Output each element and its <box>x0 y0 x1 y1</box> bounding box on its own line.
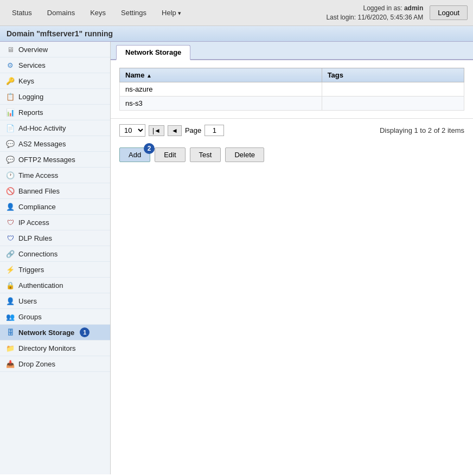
sidebar-item-triggers[interactable]: ⚡ Triggers <box>0 262 110 278</box>
tab-bar: Network Storage <box>111 42 473 60</box>
network-storage-table: Name Tags ns-azure ns-s3 <box>119 68 464 111</box>
edit-button[interactable]: Edit <box>155 147 185 162</box>
col-tags-header[interactable]: Tags <box>322 68 464 82</box>
logout-button[interactable]: Logout <box>430 5 468 20</box>
logging-icon: 📋 <box>5 92 15 101</box>
oftp2-icon: 💬 <box>5 155 15 164</box>
page-info: Displaying 1 to 2 of 2 items <box>380 126 464 134</box>
test-button[interactable]: Test <box>190 147 221 162</box>
sidebar-label-keys: Keys <box>18 77 34 85</box>
sidebar: 🖥 Overview ⚙ Services 🔑 Keys 📋 Logging 📊… <box>0 42 111 474</box>
page-input[interactable] <box>204 125 224 136</box>
page-size-select[interactable]: 10 25 50 100 <box>119 124 145 137</box>
sidebar-label-ipaccess: IP Access <box>18 218 49 227</box>
sidebar-item-users[interactable]: 👤 Users <box>0 293 110 309</box>
reports-icon: 📊 <box>5 107 15 117</box>
sidebar-label-oftp2: OFTP2 Messages <box>18 156 75 164</box>
sidebar-label-services: Services <box>18 61 46 69</box>
sidebar-label-timeaccess: Time Access <box>18 171 58 179</box>
sidebar-label-compliance: Compliance <box>18 203 56 211</box>
top-nav-left: Status Domains Keys Settings Help <box>5 5 188 20</box>
sidebar-item-overview[interactable]: 🖥 Overview <box>0 42 110 57</box>
sidebar-label-dropzones: Drop Zones <box>18 360 55 368</box>
sidebar-item-ipaccess[interactable]: 🛡 IP Access <box>0 215 110 230</box>
nav-keys[interactable]: Keys <box>84 5 112 20</box>
add-badge: 2 <box>144 143 155 154</box>
table-row[interactable]: ns-s3 <box>120 97 464 111</box>
main-layout: 🖥 Overview ⚙ Services 🔑 Keys 📋 Logging 📊… <box>0 42 473 474</box>
pagination: 10 25 50 100 |◄ ◄ Page Displaying 1 to 2… <box>111 118 473 142</box>
sidebar-item-compliance[interactable]: 👤 Compliance <box>0 199 110 215</box>
sidebar-item-adhoc[interactable]: 📄 Ad-Hoc Activity <box>0 120 110 136</box>
last-login-label: Last login: <box>326 14 356 21</box>
sidebar-item-services[interactable]: ⚙ Services <box>0 57 110 73</box>
sidebar-label-connections: Connections <box>18 250 57 258</box>
sidebar-item-groups[interactable]: 👥 Groups <box>0 309 110 325</box>
sidebar-item-as2[interactable]: 💬 AS2 Messages <box>0 136 110 152</box>
nav-settings[interactable]: Settings <box>114 5 153 20</box>
nav-help[interactable]: Help <box>155 5 188 20</box>
sidebar-label-users: Users <box>18 297 37 305</box>
dlp-icon: 🛡 <box>5 233 15 243</box>
col-name-header[interactable]: Name <box>120 68 322 82</box>
auth-icon: 🔒 <box>5 280 15 290</box>
sidebar-item-logging[interactable]: 📋 Logging <box>0 89 110 105</box>
connections-icon: 🔗 <box>5 249 15 259</box>
top-nav: Status Domains Keys Settings Help Logged… <box>0 0 473 26</box>
last-login-value: 11/6/2020, 5:45:36 AM <box>357 14 423 21</box>
sidebar-item-dirmonitors[interactable]: 📁 Directory Monitors <box>0 340 110 356</box>
action-bar: Add 2 Edit Test Delete <box>111 142 473 168</box>
sidebar-item-oftp2[interactable]: 💬 OFTP2 Messages <box>0 152 110 168</box>
table-row[interactable]: ns-azure <box>120 82 464 97</box>
services-icon: ⚙ <box>5 60 15 70</box>
sidebar-label-as2: AS2 Messages <box>18 140 66 148</box>
users-icon: 👤 <box>5 296 15 306</box>
sidebar-item-timeaccess[interactable]: 🕐 Time Access <box>0 168 110 183</box>
sidebar-label-reports: Reports <box>18 108 43 117</box>
sidebar-item-dlp[interactable]: 🛡 DLP Rules <box>0 230 110 246</box>
login-info: Logged in as: admin Last login: 11/6/202… <box>326 4 423 22</box>
sidebar-item-keys[interactable]: 🔑 Keys <box>0 73 110 89</box>
sidebar-label-logging: Logging <box>18 93 43 101</box>
add-button-wrapper: Add 2 <box>119 147 150 162</box>
domain-bar: Domain "mftserver1" running <box>0 26 473 42</box>
sidebar-label-netstorage: Network Storage <box>18 329 74 337</box>
sidebar-label-auth: Authentication <box>18 281 63 290</box>
sidebar-item-dropzones[interactable]: 📥 Drop Zones <box>0 356 110 372</box>
adhoc-icon: 📄 <box>5 123 15 133</box>
sidebar-label-groups: Groups <box>18 313 42 321</box>
sidebar-item-reports[interactable]: 📊 Reports <box>0 105 110 120</box>
first-page-button[interactable]: |◄ <box>149 125 164 136</box>
table-container: Name Tags ns-azure ns-s3 <box>111 60 473 118</box>
page-label: Page <box>185 126 201 134</box>
timeaccess-icon: 🕐 <box>5 170 15 180</box>
nav-status[interactable]: Status <box>5 5 39 20</box>
netstorage-badge: 1 <box>80 327 90 337</box>
dirmon-icon: 📁 <box>5 343 15 353</box>
sort-asc-icon <box>146 71 152 79</box>
sidebar-item-network-storage[interactable]: 🗄 Network Storage 1 <box>0 325 110 340</box>
top-nav-right: Logged in as: admin Last login: 11/6/202… <box>326 4 468 22</box>
col-name-label: Name <box>125 71 144 79</box>
sidebar-item-authentication[interactable]: 🔒 Authentication <box>0 278 110 293</box>
nav-domains[interactable]: Domains <box>41 5 81 20</box>
sidebar-label-triggers: Triggers <box>18 266 44 274</box>
sidebar-item-banned[interactable]: 🚫 Banned Files <box>0 183 110 199</box>
prev-page-button[interactable]: ◄ <box>168 125 182 136</box>
as2-icon: 💬 <box>5 139 15 149</box>
tab-network-storage[interactable]: Network Storage <box>116 45 190 60</box>
sidebar-label-dlp: DLP Rules <box>18 234 52 242</box>
row-name-azure: ns-azure <box>120 82 322 97</box>
banned-icon: 🚫 <box>5 186 15 196</box>
triggers-icon: ⚡ <box>5 265 15 274</box>
username: admin <box>404 4 423 12</box>
keys-icon: 🔑 <box>5 76 15 86</box>
groups-icon: 👥 <box>5 312 15 321</box>
domain-text: Domain "mftserver1" running <box>7 29 113 38</box>
sidebar-label-adhoc: Ad-Hoc Activity <box>18 124 66 132</box>
row-name-s3: ns-s3 <box>120 97 322 111</box>
delete-button[interactable]: Delete <box>225 147 264 162</box>
sidebar-item-connections[interactable]: 🔗 Connections <box>0 246 110 262</box>
compliance-icon: 👤 <box>5 202 15 211</box>
sidebar-label-dirmon: Directory Monitors <box>18 344 75 352</box>
